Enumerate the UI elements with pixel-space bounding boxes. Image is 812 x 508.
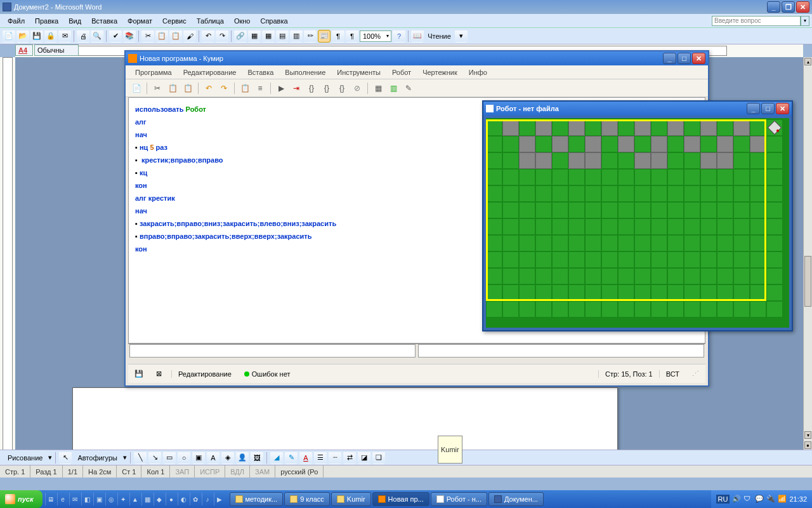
robot-cell[interactable] — [585, 136, 601, 152]
robot-cell[interactable] — [601, 251, 618, 268]
robot-cell[interactable] — [733, 185, 750, 202]
robot-cell[interactable] — [585, 301, 601, 318]
ql-app10[interactable]: ✿ — [190, 493, 201, 505]
robot-cell[interactable] — [733, 152, 750, 169]
robot-cell[interactable] — [601, 301, 618, 318]
help-question-dropdown[interactable]: ▾ — [801, 16, 809, 26]
robot-cell[interactable] — [651, 251, 667, 268]
robot-cell[interactable] — [502, 152, 519, 169]
robot-cell[interactable] — [502, 235, 519, 251]
tray-icon3[interactable]: 💬 — [755, 495, 764, 504]
robot-cell[interactable] — [502, 202, 519, 218]
robot-cell[interactable] — [568, 185, 585, 202]
kumir-output-pane[interactable] — [129, 344, 416, 358]
robot-cell[interactable] — [535, 136, 552, 152]
robot-cell[interactable] — [634, 251, 651, 268]
robot-cell[interactable] — [750, 301, 766, 318]
robot-cell[interactable] — [651, 202, 667, 218]
robot-cell[interactable] — [601, 169, 618, 185]
ql-app4[interactable]: ✦ — [117, 493, 129, 505]
excel-button[interactable]: ▤ — [276, 30, 289, 43]
robot-cell[interactable] — [651, 152, 667, 169]
drawing-button[interactable]: ✏ — [304, 30, 317, 43]
robot-cell[interactable] — [717, 185, 733, 202]
robot-cell[interactable] — [486, 218, 502, 235]
menu-table[interactable]: Таблица — [192, 16, 229, 26]
diagram-tool[interactable]: ◈ — [221, 451, 234, 464]
robot-cell[interactable] — [618, 185, 634, 202]
robot-cell[interactable] — [535, 119, 552, 136]
ql-app3[interactable]: ◎ — [105, 493, 117, 505]
close-button[interactable]: ✕ — [796, 1, 809, 13]
robot-cell[interactable] — [519, 169, 535, 185]
robot-cell[interactable] — [684, 218, 700, 235]
robot-cell[interactable] — [519, 235, 535, 251]
resize-grip-icon[interactable]: ⋰ — [692, 370, 699, 378]
robot-cell[interactable] — [552, 136, 568, 152]
robot-cell[interactable] — [535, 218, 552, 235]
ql-app11[interactable]: ♪ — [202, 493, 213, 505]
robot-cell[interactable] — [486, 235, 502, 251]
kt-run[interactable]: ▶ — [274, 81, 288, 95]
kmenu-draftsman[interactable]: Чертежник — [417, 67, 463, 77]
robot-cell[interactable] — [618, 251, 634, 268]
copy-button[interactable]: 📋 — [155, 30, 168, 43]
robot-cell[interactable] — [601, 268, 618, 284]
preview-button[interactable]: 🔍 — [91, 30, 103, 43]
robot-cell[interactable] — [568, 136, 585, 152]
robot-cell[interactable] — [585, 218, 601, 235]
kmenu-edit[interactable]: Редактирование — [178, 67, 242, 77]
robot-cell[interactable] — [733, 301, 750, 318]
robot-cell[interactable] — [552, 218, 568, 235]
kt-compile[interactable]: 📋 — [238, 81, 252, 95]
robot-cell[interactable] — [585, 185, 601, 202]
robot-cell[interactable] — [634, 268, 651, 284]
robot-cell[interactable] — [667, 235, 684, 251]
robot-cell[interactable] — [766, 284, 783, 301]
robot-cell[interactable] — [519, 301, 535, 318]
robot-cell[interactable] — [535, 235, 552, 251]
robot-cell[interactable] — [717, 136, 733, 152]
robot-cell[interactable] — [766, 301, 783, 318]
robot-cell[interactable] — [552, 185, 568, 202]
ql-app5[interactable]: ▲ — [129, 493, 141, 505]
help-question-input[interactable]: Введите вопрос — [712, 16, 801, 26]
robot-cell[interactable] — [568, 152, 585, 169]
robot-cell[interactable] — [667, 152, 684, 169]
kt-redo[interactable]: ↷ — [217, 81, 231, 95]
robot-cell[interactable] — [651, 235, 667, 251]
robot-cell[interactable] — [552, 301, 568, 318]
ql-app2[interactable]: ▣ — [93, 493, 105, 505]
robot-cell[interactable] — [585, 169, 601, 185]
robot-cell[interactable] — [766, 169, 783, 185]
robot-cell[interactable] — [651, 218, 667, 235]
robot-cell[interactable] — [601, 152, 618, 169]
robot-cell[interactable] — [700, 218, 717, 235]
robot-cell[interactable] — [684, 235, 700, 251]
kt-stop[interactable]: ⊘ — [350, 81, 364, 95]
robot-cell[interactable] — [684, 251, 700, 268]
kumir-maximize[interactable]: □ — [678, 53, 691, 64]
robot-cell[interactable] — [634, 202, 651, 218]
robot-cell[interactable] — [634, 169, 651, 185]
robot-cell[interactable] — [700, 268, 717, 284]
robot-cell[interactable] — [700, 202, 717, 218]
columns-button[interactable]: ▥ — [290, 30, 303, 43]
kt-undo[interactable]: ↶ — [202, 81, 216, 95]
oval-tool[interactable]: ○ — [178, 451, 190, 464]
robot-cell[interactable] — [717, 169, 733, 185]
robot-cell[interactable] — [568, 218, 585, 235]
robot-cell[interactable] — [502, 251, 519, 268]
robot-cell[interactable] — [717, 251, 733, 268]
robot-cell[interactable] — [667, 268, 684, 284]
robot-cell[interactable] — [766, 251, 783, 268]
robot-cell[interactable] — [519, 119, 535, 136]
robot-cell[interactable] — [535, 185, 552, 202]
pilcrow-button[interactable]: ¶ — [346, 30, 358, 43]
zoom-combo[interactable]: 100% — [360, 30, 391, 42]
robot-cell[interactable] — [486, 152, 502, 169]
textbox-tool[interactable]: ▣ — [192, 451, 205, 464]
robot-cell[interactable] — [717, 301, 733, 318]
ql-app8[interactable]: ● — [166, 493, 177, 505]
robot-minimize[interactable]: _ — [747, 103, 760, 114]
